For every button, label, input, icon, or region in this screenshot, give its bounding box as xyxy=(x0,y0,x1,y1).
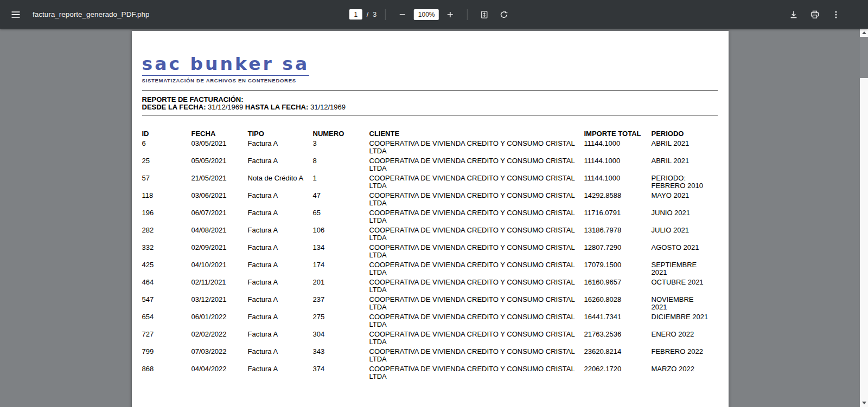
cell-tipo: Factura A xyxy=(248,365,313,383)
cell-fecha: 06/01/2022 xyxy=(192,313,248,331)
table-row: 603/05/2021Factura A3COOPERATIVA DE VIVI… xyxy=(142,140,718,157)
cell-tipo: Factura A xyxy=(248,209,313,227)
zoom-level-display[interactable]: 100% xyxy=(414,9,439,20)
cell-fecha: 04/04/2022 xyxy=(192,365,248,383)
page-count-total: 3 xyxy=(373,11,376,18)
cell-importe_total: 22062.1720 xyxy=(584,365,652,383)
cell-tipo: Factura A xyxy=(248,348,313,365)
pdf-page: sac bunker sa SISTEMATIZACIÓN DE ARCHIVO… xyxy=(132,31,729,407)
column-header-cliente: CLIENTE xyxy=(369,130,584,140)
vertical-ellipsis-icon xyxy=(832,10,840,19)
cell-importe_total: 14292.8588 xyxy=(584,192,652,209)
cell-importe_total: 11144.1000 xyxy=(584,140,652,157)
cell-importe_total: 17079.1500 xyxy=(584,261,652,279)
cell-importe_total: 16260.8028 xyxy=(584,296,652,313)
menu-button[interactable] xyxy=(8,7,24,23)
cell-importe_total: 16160.9657 xyxy=(584,279,652,296)
cell-tipo: Factura A xyxy=(248,227,313,244)
cell-fecha: 05/05/2021 xyxy=(192,157,248,175)
cell-fecha: 04/08/2021 xyxy=(192,227,248,244)
table-row: 42504/10/2021Factura A174COOPERATIVA DE … xyxy=(142,261,718,279)
logo-underline xyxy=(142,75,309,76)
cell-cliente: COOPERATIVA DE VIVIENDA CREDITO Y CONSUM… xyxy=(369,140,584,157)
cell-id: 727 xyxy=(142,331,192,348)
cell-id: 547 xyxy=(142,296,192,313)
cell-periodo: NOVIEMBRE 2021 xyxy=(652,296,718,313)
column-header-numero: NUMERO xyxy=(313,130,369,140)
cell-periodo: AGOSTO 2021 xyxy=(652,244,718,261)
cell-importe_total: 16441.7341 xyxy=(584,313,652,331)
more-options-button[interactable] xyxy=(828,7,844,23)
hamburger-menu-icon xyxy=(11,10,21,20)
report-header: REPORTE DE FACTURACIÓN: DESDE LA FECHA: … xyxy=(142,96,718,111)
cell-id: 282 xyxy=(142,227,192,244)
print-button[interactable] xyxy=(807,7,823,23)
pdf-viewer-area: sac bunker sa SISTEMATIZACIÓN DE ARCHIVO… xyxy=(0,29,860,407)
cell-tipo: Factura A xyxy=(248,140,313,157)
cell-periodo: JUNIO 2021 xyxy=(652,209,718,227)
fit-page-icon xyxy=(480,10,489,19)
scroll-up-button[interactable] xyxy=(860,29,868,37)
cell-id: 332 xyxy=(142,244,192,261)
cell-fecha: 03/12/2021 xyxy=(192,296,248,313)
minus-icon xyxy=(398,10,407,19)
cell-periodo: PERIODO: FEBRERO 2010 xyxy=(652,175,718,192)
table-row: 46402/11/2021Factura A201COOPERATIVA DE … xyxy=(142,279,718,296)
cell-fecha: 07/03/2022 xyxy=(192,348,248,365)
cell-numero: 304 xyxy=(313,331,369,348)
date-to-label: HASTA LA FECHA: xyxy=(245,103,309,111)
cell-id: 25 xyxy=(142,157,192,175)
cell-periodo: SEPTIEMBRE 2021 xyxy=(652,261,718,279)
cell-cliente: COOPERATIVA DE VIVIENDA CREDITO Y CONSUM… xyxy=(369,348,584,365)
cell-importe_total: 12807.7290 xyxy=(584,244,652,261)
pdf-viewer-toolbar: factura_reporte_generado_PDF.php / 3 100… xyxy=(0,0,868,29)
cell-numero: 134 xyxy=(313,244,369,261)
date-to-value: 31/12/1969 xyxy=(310,103,346,111)
cell-numero: 343 xyxy=(313,348,369,365)
download-button[interactable] xyxy=(786,7,802,23)
cell-cliente: COOPERATIVA DE VIVIENDA CREDITO Y CONSUM… xyxy=(369,313,584,331)
cell-periodo: JULIO 2021 xyxy=(652,227,718,244)
cell-cliente: COOPERATIVA DE VIVIENDA CREDITO Y CONSUM… xyxy=(369,279,584,296)
table-row: 5721/05/2021Nota de Crédito A1COOPERATIV… xyxy=(142,175,718,192)
logo-wordmark: sac bunker sa xyxy=(142,55,718,73)
cell-tipo: Factura A xyxy=(248,279,313,296)
rotate-button[interactable] xyxy=(496,7,512,23)
cell-id: 6 xyxy=(142,140,192,157)
cell-cliente: COOPERATIVA DE VIVIENDA CREDITO Y CONSUM… xyxy=(369,365,584,383)
table-row: 33202/09/2021Factura A134COOPERATIVA DE … xyxy=(142,244,718,261)
cell-cliente: COOPERATIVA DE VIVIENDA CREDITO Y CONSUM… xyxy=(369,209,584,227)
invoice-table: IDFECHATIPONUMEROCLIENTEIMPORTE TOTALPER… xyxy=(142,130,718,383)
page-number-input[interactable] xyxy=(349,9,362,20)
cell-cliente: COOPERATIVA DE VIVIENDA CREDITO Y CONSUM… xyxy=(369,296,584,313)
toolbar-center-controls: / 3 100% xyxy=(349,0,512,29)
zoom-out-button[interactable] xyxy=(394,7,411,23)
download-icon xyxy=(789,10,798,19)
table-row: 2505/05/2021Factura A8COOPERATIVA DE VIV… xyxy=(142,157,718,175)
cell-cliente: COOPERATIVA DE VIVIENDA CREDITO Y CONSUM… xyxy=(369,331,584,348)
vertical-scrollbar[interactable] xyxy=(860,29,868,407)
scrollbar-thumb[interactable] xyxy=(860,37,868,78)
page-count-separator: / xyxy=(367,11,368,18)
cell-numero: 47 xyxy=(313,192,369,209)
cell-tipo: Factura A xyxy=(248,192,313,209)
rotate-icon xyxy=(500,10,508,19)
toolbar-separator xyxy=(467,9,468,20)
toolbar-right-controls xyxy=(786,7,844,23)
cell-numero: 65 xyxy=(313,209,369,227)
zoom-in-button[interactable] xyxy=(442,7,458,23)
scroll-down-button[interactable] xyxy=(860,399,868,407)
table-row: 72702/02/2022Factura A304COOPERATIVA DE … xyxy=(142,331,718,348)
company-logo: sac bunker sa SISTEMATIZACIÓN DE ARCHIVO… xyxy=(142,55,718,83)
cell-cliente: COOPERATIVA DE VIVIENDA CREDITO Y CONSUM… xyxy=(369,227,584,244)
cell-importe_total: 11144.1000 xyxy=(584,157,652,175)
cell-tipo: Factura A xyxy=(248,244,313,261)
cell-id: 57 xyxy=(142,175,192,192)
document-filename: factura_reporte_generado_PDF.php xyxy=(33,10,149,18)
cell-fecha: 02/11/2021 xyxy=(192,279,248,296)
cell-periodo: MARZO 2022 xyxy=(652,365,718,383)
column-header-id: ID xyxy=(142,130,192,140)
cell-importe_total: 13186.7978 xyxy=(584,227,652,244)
cell-tipo: Factura A xyxy=(248,296,313,313)
fit-to-page-button[interactable] xyxy=(476,7,493,23)
